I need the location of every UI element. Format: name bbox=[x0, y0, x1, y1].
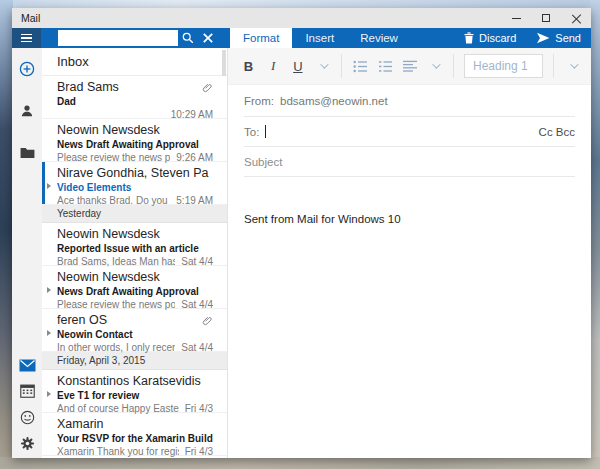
mail-list-item[interactable]: feren OSNeowin ContactIn other words, I … bbox=[42, 309, 227, 352]
message-body-editor[interactable]: Sent from Mail for Windows 10 bbox=[228, 177, 591, 458]
tab-insert[interactable]: Insert bbox=[292, 28, 347, 48]
trash-icon bbox=[464, 32, 474, 44]
expand-thread-arrow-icon[interactable] bbox=[47, 183, 51, 189]
format-toolbar: B I U bbox=[228, 48, 591, 85]
preview-text: Xamarin Thank you for registering fc bbox=[57, 445, 179, 458]
maximize-button[interactable] bbox=[531, 8, 561, 28]
mail-list-item[interactable]: Konstantinos KaratsevidisEve T1 for revi… bbox=[42, 370, 227, 413]
paragraph-align-button[interactable] bbox=[398, 53, 423, 79]
tab-format[interactable]: Format bbox=[230, 28, 292, 48]
compose-pane: B I U bbox=[228, 48, 591, 458]
bold-button[interactable]: B bbox=[236, 53, 261, 79]
bullet-list-button[interactable] bbox=[348, 53, 373, 79]
hamburger-menu-button[interactable] bbox=[12, 28, 41, 48]
mail-list-item[interactable]: XamarinYour RSVP for the Xamarin Build 2… bbox=[42, 413, 227, 456]
discard-button[interactable]: Discard bbox=[454, 28, 526, 48]
minimize-button[interactable] bbox=[501, 8, 531, 28]
mail-list-group-header: Friday, April 3, 2015 bbox=[42, 352, 227, 370]
sender-name: Brad Sams bbox=[57, 80, 202, 95]
mail-list-group-header: Yesterday bbox=[42, 205, 227, 223]
subject-line: Neowin Contact bbox=[57, 328, 213, 341]
people-button[interactable] bbox=[12, 98, 42, 124]
received-time: Sat 4/4 bbox=[181, 341, 213, 354]
clear-search-button[interactable] bbox=[198, 28, 218, 48]
expand-thread-arrow-icon[interactable] bbox=[47, 330, 51, 336]
style-dropdown[interactable] bbox=[560, 53, 585, 79]
sender-name: Xamarin bbox=[57, 417, 213, 432]
mail-list-item[interactable]: Brad SamsDad10:29 AM bbox=[42, 76, 227, 119]
sender-name: Nirave Gondhia, Steven Pa bbox=[57, 166, 213, 181]
sender-name: Neowin Newsdesk bbox=[57, 227, 213, 242]
expand-thread-arrow-icon[interactable] bbox=[47, 391, 51, 397]
mail-app-window: Mail Format Insert Review bbox=[12, 8, 591, 458]
feedback-button[interactable] bbox=[12, 404, 42, 430]
expand-thread-arrow-icon[interactable] bbox=[47, 287, 51, 293]
close-icon bbox=[572, 14, 581, 23]
mail-list-rows: Brad SamsDad10:29 AMNeowin NewsdeskNews … bbox=[42, 76, 227, 456]
preview-text: In other words, I only recently instal bbox=[57, 341, 175, 354]
numbered-list-icon bbox=[378, 60, 393, 73]
sender-name: Neowin Newsdesk bbox=[57, 123, 213, 138]
desktop-background-ground bbox=[0, 457, 600, 469]
sender-name: Konstantinos Karatsevidis bbox=[57, 374, 213, 389]
hamburger-icon bbox=[21, 34, 32, 36]
subject-line: Video Elements bbox=[57, 181, 213, 194]
command-bar: Format Insert Review Discard Send bbox=[12, 28, 591, 48]
subject-field[interactable]: Subject bbox=[244, 147, 575, 177]
calendar-icon bbox=[20, 384, 35, 398]
mail-list-item[interactable]: Neowin NewsdeskNews Draft Awaiting Appro… bbox=[42, 266, 227, 309]
from-field: From: bdsams@neowin.net bbox=[244, 85, 575, 117]
search-button[interactable] bbox=[178, 28, 198, 48]
numbered-list-button[interactable] bbox=[373, 53, 398, 79]
attachment-icon bbox=[202, 315, 213, 327]
chevron-down-icon bbox=[320, 60, 328, 68]
folders-button[interactable] bbox=[12, 140, 42, 166]
discard-label: Discard bbox=[479, 32, 516, 44]
sender-name: feren OS bbox=[57, 313, 202, 328]
gear-icon bbox=[20, 436, 35, 451]
calendar-view-button[interactable] bbox=[12, 378, 42, 404]
toolbar-separator bbox=[553, 54, 554, 78]
subject-line: News Draft Awaiting Approval bbox=[57, 138, 213, 151]
subject-line: Your RSVP for the Xamarin Build 201 bbox=[57, 432, 213, 445]
attachment-icon bbox=[202, 82, 213, 94]
toolbar-separator bbox=[341, 54, 342, 78]
list-scrollbar-thumb[interactable] bbox=[222, 50, 226, 76]
search-input[interactable] bbox=[58, 30, 178, 46]
toolbar-separator bbox=[453, 54, 454, 78]
desktop-background-right bbox=[590, 0, 600, 469]
sender-name: Neowin Newsdesk bbox=[57, 270, 213, 285]
paragraph-options-dropdown[interactable] bbox=[422, 53, 447, 79]
cc-bcc-button[interactable]: Cc Bcc bbox=[539, 126, 575, 138]
mail-list-item[interactable]: Nirave Gondhia, Steven PaVideo ElementsA… bbox=[42, 162, 227, 205]
font-options-dropdown[interactable] bbox=[310, 53, 335, 79]
close-x-icon bbox=[203, 33, 213, 43]
send-label: Send bbox=[555, 32, 581, 44]
window-title: Mail bbox=[21, 12, 40, 24]
style-picker[interactable]: Heading 1 bbox=[464, 54, 543, 78]
tab-review[interactable]: Review bbox=[347, 28, 411, 48]
subject-line: Eve T1 for review bbox=[57, 389, 213, 402]
nav-rail bbox=[12, 48, 42, 458]
new-mail-button[interactable] bbox=[12, 56, 42, 82]
italic-button[interactable]: I bbox=[261, 53, 286, 79]
underline-button[interactable]: U bbox=[286, 53, 311, 79]
subject-line: Dad bbox=[57, 95, 213, 108]
settings-button[interactable] bbox=[12, 430, 42, 456]
mail-view-button[interactable] bbox=[12, 352, 42, 378]
mail-envelope-icon bbox=[19, 359, 36, 372]
close-button[interactable] bbox=[561, 8, 591, 28]
title-bar: Mail bbox=[12, 8, 591, 28]
mail-list-item[interactable]: Neowin NewsdeskReported Issue with an ar… bbox=[42, 223, 227, 266]
preview-text: Ace thanks Brad. Do you have a hig bbox=[57, 194, 170, 207]
send-button[interactable]: Send bbox=[526, 28, 591, 48]
new-mail-plus-icon bbox=[19, 61, 35, 77]
chevron-down-icon bbox=[570, 60, 578, 68]
to-field[interactable]: To: Cc Bcc bbox=[244, 117, 575, 147]
mail-list-item[interactable]: Neowin NewsdeskNews Draft Awaiting Appro… bbox=[42, 119, 227, 162]
subject-line: News Draft Awaiting Approval bbox=[57, 285, 213, 298]
maximize-icon bbox=[542, 14, 550, 22]
main-content: Inbox Brad SamsDad10:29 AMNeowin Newsdes… bbox=[12, 48, 591, 458]
bullet-list-icon bbox=[353, 60, 368, 73]
chevron-down-icon bbox=[432, 60, 440, 68]
